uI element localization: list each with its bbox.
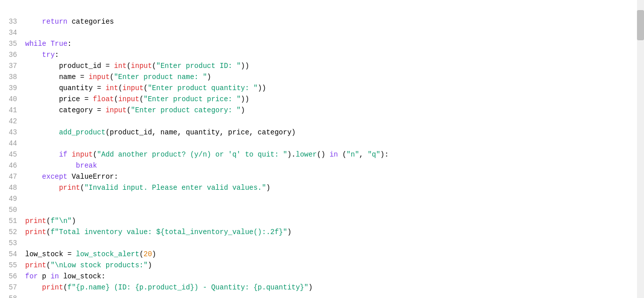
line-code: product_id = int(input("Enter product ID… (25, 60, 249, 71)
line-number: 51 (4, 215, 25, 227)
line-code: except ValueError: (25, 171, 118, 182)
line-code: price = float(input("Enter product price… (25, 94, 249, 105)
line-number: 47 (4, 171, 25, 182)
code-line: 56for p in low_stock: (4, 271, 644, 282)
line-number: 56 (4, 271, 25, 282)
line-code (25, 293, 29, 298)
line-code: category = input("Enter product category… (25, 105, 245, 116)
line-code: print(f"\n") (25, 215, 76, 227)
code-line: 58 (4, 293, 644, 298)
code-line: 47 except ValueError: (4, 171, 644, 182)
code-line: 48 print("Invalid input. Please enter va… (4, 182, 644, 193)
line-code (25, 27, 29, 38)
code-line: 44 (4, 138, 644, 149)
code-line: 53 (4, 238, 644, 249)
code-line: 46 break (4, 160, 644, 171)
line-number: 40 (4, 94, 25, 105)
line-code: while True: (25, 38, 71, 49)
code-line: 39 quantity = int(input("Enter product q… (4, 83, 644, 94)
code-line: 51print(f"\n") (4, 215, 644, 227)
line-number: 38 (4, 71, 25, 83)
scrollbar-thumb[interactable] (637, 10, 644, 40)
line-number: 44 (4, 138, 25, 149)
line-code: for p in low_stock: (25, 271, 106, 282)
line-code: break (25, 160, 97, 171)
line-number: 36 (4, 49, 25, 60)
code-line: 54low_stock = low_stock_alert(20) (4, 249, 644, 260)
line-code: if input("Add another product? (y/n) or … (25, 149, 389, 160)
code-line: 41 category = input("Enter product categ… (4, 105, 644, 116)
line-code: name = input("Enter product name: ") (25, 71, 211, 83)
code-line: 38 name = input("Enter product name: ") (4, 71, 644, 83)
line-code: print(f"{p.name} (ID: {p.product_id}) - … (25, 282, 312, 293)
line-number: 41 (4, 105, 25, 116)
line-number: 45 (4, 149, 25, 160)
code-line: 52print(f"Total inventory value: ${total… (4, 227, 644, 238)
line-number: 50 (4, 204, 25, 215)
code-line: 33 return categories (4, 16, 644, 27)
code-line: 49 (4, 193, 644, 204)
line-code (25, 238, 29, 249)
line-number: 35 (4, 38, 25, 49)
line-code: return categories (25, 16, 114, 27)
line-number: 58 (4, 293, 25, 298)
code-line: 55print("\nLow stock products:") (4, 260, 644, 271)
line-number: 57 (4, 282, 25, 293)
code-line: 34 (4, 27, 644, 38)
line-code (25, 116, 29, 127)
code-line: 57 print(f"{p.name} (ID: {p.product_id})… (4, 282, 644, 293)
line-number: 53 (4, 238, 25, 249)
code-line: 35while True: (4, 38, 644, 49)
line-number: 48 (4, 182, 25, 193)
line-code (25, 204, 29, 215)
line-code: try: (25, 49, 59, 60)
line-number: 54 (4, 249, 25, 260)
line-code (25, 138, 29, 149)
code-line: 37 product_id = int(input("Enter product… (4, 60, 644, 71)
code-lines: 33 return categories34 35while True:36 t… (0, 0, 644, 298)
line-number: 49 (4, 193, 25, 204)
code-line: 50 (4, 204, 644, 215)
code-editor: 33 return categories34 35while True:36 t… (0, 0, 644, 298)
line-number: 55 (4, 260, 25, 271)
line-number: 46 (4, 160, 25, 171)
code-line: 40 price = float(input("Enter product pr… (4, 94, 644, 105)
line-code: print("Invalid input. Please enter valid… (25, 182, 270, 193)
code-line: 45 if input("Add another product? (y/n) … (4, 149, 644, 160)
line-code: low_stock = low_stock_alert(20) (25, 249, 156, 260)
line-number: 39 (4, 83, 25, 94)
line-number: 42 (4, 116, 25, 127)
code-line: 43 add_product(product_id, name, quantit… (4, 127, 644, 138)
line-number: 34 (4, 27, 25, 38)
line-number: 52 (4, 227, 25, 238)
line-number: 37 (4, 60, 25, 71)
code-line: 42 (4, 116, 644, 127)
line-number: 43 (4, 127, 25, 138)
line-code: print("\nLow stock products:") (25, 260, 152, 271)
line-code: print(f"Total inventory value: ${total_i… (25, 227, 291, 238)
scrollbar[interactable] (637, 0, 644, 298)
code-line: 36 try: (4, 49, 644, 60)
line-code: add_product(product_id, name, quantity, … (25, 127, 296, 138)
line-code (25, 193, 29, 204)
line-code: quantity = int(input("Enter product quan… (25, 83, 266, 94)
line-number: 33 (4, 16, 25, 27)
